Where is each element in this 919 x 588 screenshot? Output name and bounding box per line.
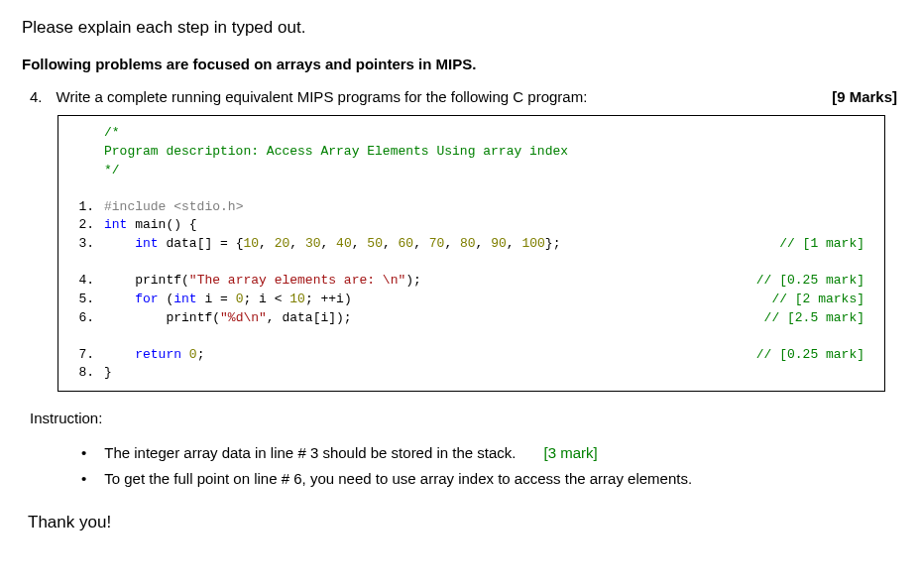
code-comment-close: */ [104,162,120,180]
line-number: 3. [68,235,94,254]
code-line: 6. printf("%d\n", data[i]);// [2.5 mark] [68,309,874,328]
code-line: 3. int data[] = {10, 20, 30, 40, 50, 60,… [68,235,874,254]
thanks-text: Thank you! [28,513,897,532]
mark-comment: // [0.25 mark] [756,272,874,291]
instruction-label: Instruction: [30,410,897,426]
instruction-bullets: •The integer array data in line # 3 shou… [81,440,897,491]
code-line: 1.#include <stdio.h> [68,198,874,217]
question-text: Write a complete running equivalent MIPS… [57,88,811,105]
bullet-text: To get the full point on line # 6, you n… [104,466,692,492]
code-content: int main() { [104,216,874,235]
bullet-dot-icon: • [81,440,86,466]
code-line: 7. return 0;// [0.25 mark] [68,346,874,365]
code-content: #include <stdio.h> [104,198,874,217]
line-number: 6. [68,309,94,328]
line-number: 2. [68,216,94,235]
intro-text: Please explain each step in typed out. [22,18,897,38]
bullet-item: •To get the full point on line # 6, you … [81,466,897,492]
line-number: 1. [68,198,94,217]
mark-comment: // [2.5 mark] [764,309,874,328]
bullet-mark: [3 mark] [544,440,598,466]
mark-comment: // [2 marks] [771,291,874,309]
line-number: 5. [68,291,94,309]
line-number: 4. [68,272,94,291]
bullet-text: The integer array data in line # 3 shoul… [104,440,516,466]
code-comment-open: /* [104,124,120,143]
code-content: printf("The array elements are: \n"); [104,272,756,291]
line-number: 8. [68,364,94,383]
question-number: 4. [30,88,43,105]
code-comment-body: Program description: Access Array Elemen… [104,143,568,162]
code-line: 2.int main() { [68,216,874,235]
code-content: return 0; [104,346,756,365]
code-content: } [104,364,874,383]
question-marks: [9 Marks] [832,88,897,105]
mark-comment: // [0.25 mark] [756,346,874,365]
code-content: int data[] = {10, 20, 30, 40, 50, 60, 70… [104,235,779,254]
section-heading: Following problems are focused on arrays… [22,56,897,72]
code-line: 4. printf("The array elements are: \n");… [68,272,874,291]
code-box: /* Program description: Access Array Ele… [57,115,885,392]
bullet-dot-icon: • [81,466,86,492]
code-content: printf("%d\n", data[i]); [104,309,764,328]
code-line: 5. for (int i = 0; i < 10; ++i)// [2 mar… [68,291,874,309]
code-line: 8.} [68,364,874,383]
mark-comment: // [1 mark] [779,235,874,254]
line-number: 7. [68,346,94,365]
code-content: for (int i = 0; i < 10; ++i) [104,291,771,309]
bullet-item: •The integer array data in line # 3 shou… [81,440,897,466]
question-row: 4. Write a complete running equivalent M… [30,88,897,105]
